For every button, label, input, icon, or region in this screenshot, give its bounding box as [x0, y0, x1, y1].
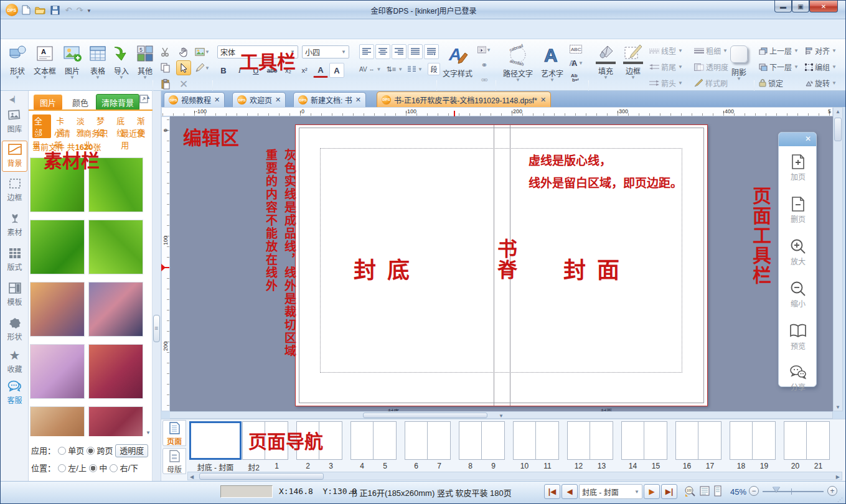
path-text-button[interactable]: cabcadabcdab 路径文字▼ [500, 43, 536, 82]
clear-background-button[interactable]: 清除背景 [96, 94, 139, 111]
sidebar-item-gallery[interactable]: 图库 [2, 107, 27, 138]
doc-tab-welcome[interactable]: DPS 欢迎页 ✕ [232, 92, 286, 107]
zoom-slider-track[interactable] [763, 491, 824, 492]
scrollbar-thumb[interactable] [363, 413, 487, 418]
superscript-button[interactable]: x² [297, 63, 312, 78]
material-thumbnail[interactable] [30, 220, 85, 274]
scroll-up-icon[interactable]: ▲ [834, 108, 842, 116]
rotate-button[interactable]: 旋转▼ [805, 78, 837, 88]
collapse-nav-icon[interactable]: ▼ [499, 413, 504, 419]
page-thumb-pair[interactable] [567, 421, 613, 460]
tab-close-icon[interactable]: ✕ [275, 96, 281, 104]
page-thumb-cover[interactable] [189, 421, 242, 460]
scrollbar-thumb[interactable] [834, 118, 842, 141]
text-effect-icon[interactable]: AA▼ [568, 58, 583, 68]
minimize-button[interactable]: ▬ [774, 1, 792, 12]
insert-image-button[interactable]: 图片▼ [59, 43, 85, 80]
material-thumbnail[interactable] [88, 344, 143, 399]
position-left-radio[interactable] [58, 464, 66, 472]
line-type-button[interactable]: 线型▼ [649, 45, 683, 56]
format-painter-button[interactable]: 样式刷 [694, 78, 728, 88]
zoom-out-button[interactable]: 缩小 [779, 279, 817, 309]
zoom-out-slider-button[interactable]: − [749, 486, 759, 496]
page-nav-scrollbar[interactable]: ◀ ▶ [187, 472, 842, 480]
sidebar-item-layout[interactable]: 版式 [2, 245, 27, 276]
sidebar-item-background[interactable]: 背景 [2, 141, 27, 172]
align-objects-button[interactable]: 对齐▼ [805, 45, 837, 56]
delete-icon[interactable]: ✕ [176, 77, 191, 91]
doc-tab-active[interactable]: DPS 书-正16开软皮平装-文档191029-1148.dpsf* ✕ [377, 91, 551, 107]
materials-tab-color[interactable]: 颜色 [67, 95, 93, 110]
text-wrap-icon[interactable]: ▼ [477, 44, 491, 55]
align-right-icon[interactable] [392, 44, 407, 59]
delete-page-button[interactable]: 删页 [779, 195, 817, 224]
scrollbar-thumb[interactable] [199, 473, 324, 480]
doc-tab-tutorial[interactable]: DPS 视频教程 ✕ [164, 92, 225, 107]
resize-grip[interactable]: ⋰ [837, 497, 844, 503]
splitter-handle[interactable] [153, 315, 160, 342]
fit-page-icon[interactable] [699, 485, 710, 497]
edit-canvas[interactable]: 封 底 书脊 封 面 虚线是版心线， 线外是留白区域，即页边距。 编辑区 重要的… [170, 116, 833, 411]
align-left-icon[interactable] [359, 44, 374, 59]
tab-close-icon[interactable]: ✕ [540, 96, 546, 104]
group-button[interactable]: 编组▼ [805, 62, 837, 72]
scroll-right-icon[interactable]: ▶ [836, 474, 840, 480]
page-thumb-pair[interactable] [405, 421, 451, 460]
font-color-button[interactable]: A [313, 63, 328, 78]
category-recent[interactable]: 最近使用 [121, 127, 152, 151]
layer-up-button[interactable]: 上一层▼ [759, 45, 799, 56]
next-page-button[interactable]: ▶ [644, 484, 660, 499]
bold-button[interactable]: B [216, 63, 231, 78]
tab-close-icon[interactable]: ✕ [355, 96, 361, 104]
insert-textbox-button[interactable]: A 文本框▼ [32, 43, 58, 80]
collapse-panel-icon[interactable]: ◀▏ [9, 96, 19, 103]
text-style-button[interactable]: A 文字样式 [440, 43, 475, 78]
page-thumb-pair[interactable] [784, 421, 830, 460]
preview-button[interactable]: 预览 [779, 322, 817, 351]
material-thumbnail[interactable] [88, 282, 143, 337]
page-thumb-pair[interactable] [730, 421, 776, 460]
master-tab[interactable]: 母版 [162, 448, 186, 474]
page-tools-close[interactable]: ✕ [779, 133, 816, 146]
align-distribute-icon[interactable] [424, 44, 439, 59]
last-page-button[interactable]: ▶| [661, 484, 677, 499]
material-thumbnail[interactable] [88, 406, 143, 436]
columns-button[interactable]: ▼ [408, 63, 423, 75]
align-justify-icon[interactable] [408, 44, 423, 59]
share-button[interactable]: 分享 [779, 363, 817, 392]
close-button[interactable]: ✕ [809, 1, 838, 12]
page-thumb-pair[interactable] [675, 421, 721, 460]
sidebar-item-assets[interactable]: 素材 [2, 210, 27, 241]
position-center-radio[interactable] [89, 464, 97, 472]
canvas-vertical-scrollbar[interactable]: ▲ ▼ [833, 107, 843, 411]
image-tool-icon[interactable]: ▼ [195, 44, 210, 59]
scroll-down-icon[interactable]: ▼ [834, 404, 842, 410]
position-right-radio[interactable] [110, 464, 118, 472]
scroll-up-icon[interactable]: ▲ [146, 95, 151, 100]
apply-single-radio[interactable] [58, 447, 66, 455]
zoom-in-slider-button[interactable]: + [827, 486, 837, 496]
material-thumbnail[interactable] [88, 220, 143, 274]
opacity-setting-button[interactable]: 透明度 [115, 444, 148, 457]
fit-width-icon[interactable] [713, 485, 723, 497]
shadow-button[interactable]: 阴影▼ [726, 43, 751, 81]
pages-tab[interactable]: 页面 [162, 420, 186, 446]
insert-shape-button[interactable]: 形状▼ [4, 43, 31, 80]
pen-tool-icon[interactable]: ▼ [195, 60, 210, 75]
materials-tab-image[interactable]: 图片 [34, 95, 62, 110]
zoom-in-button[interactable]: 放大 [779, 237, 817, 266]
lock-button[interactable]: 锁定 [759, 78, 799, 88]
border-button[interactable]: 边框▼ [621, 43, 646, 80]
font-size-select[interactable]: 小四▼ [302, 45, 349, 58]
panel-splitter[interactable] [153, 91, 161, 481]
tab-close-icon[interactable]: ✕ [214, 96, 220, 104]
text-direction-icon[interactable]: Abb↵ [568, 72, 583, 83]
material-thumbnail[interactable] [30, 282, 85, 337]
doc-tab-newdoc[interactable]: DPS 新建文档: 书 ✕ [293, 92, 366, 107]
cut-icon[interactable] [157, 44, 172, 59]
page-thumb-pair[interactable] [459, 421, 505, 460]
copy-icon[interactable] [157, 60, 172, 75]
first-page-button[interactable]: |◀ [544, 484, 560, 499]
scroll-down-icon[interactable]: ▼ [146, 430, 151, 436]
layer-down-button[interactable]: 下一层▼ [759, 62, 799, 72]
